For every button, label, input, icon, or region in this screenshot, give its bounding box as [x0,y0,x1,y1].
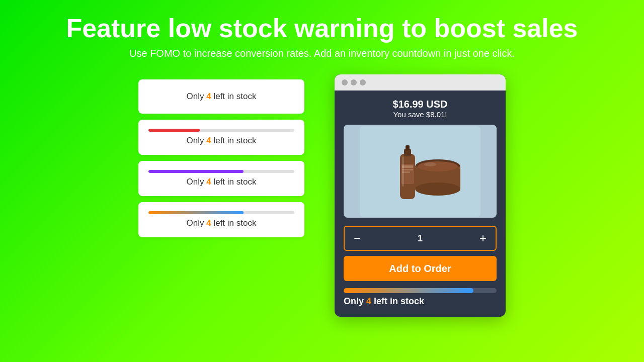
svg-rect-7 [406,145,410,150]
svg-point-4 [418,161,458,171]
product-illustration [360,126,480,217]
modal-stock-label: Only 4 left in stock [344,296,497,307]
stock-card-red-bar: Only 4 left in stock [138,120,304,155]
purple-bar-container [148,170,294,173]
product-savings: You save $8.01! [344,110,497,119]
stock-cards-list: Only 4 left in stock Only 4 left in stoc… [138,79,304,237]
stock-card-gradient-bar: Only 4 left in stock [138,202,304,237]
red-bar-container [148,129,294,132]
titlebar-dot-2 [351,79,357,85]
modal-stock-suffix: left in stock [371,296,424,306]
product-price: $16.99 USD [344,99,497,110]
product-modal: $16.99 USD You save $8.01! [335,74,506,317]
modal-progress-fill [344,288,473,293]
stock-label-gradient: Only 4 left in stock [187,218,257,228]
stock-prefix-1: Only [187,92,207,101]
quantity-row: − 1 + [344,226,497,251]
stock-prefix-4: Only [187,218,207,228]
quantity-value: 1 [370,233,470,244]
quantity-increase-button[interactable]: + [470,227,496,250]
modal-body: $16.99 USD You save $8.01! [335,90,506,317]
stock-count-4: 4 [206,218,211,228]
stock-prefix-2: Only [187,136,207,145]
gradient-bar-fill [148,211,244,214]
red-bar-track [148,129,294,132]
price-section: $16.99 USD You save $8.01! [344,99,497,119]
stock-suffix-2: left in stock [211,136,257,145]
stock-suffix-1: left in stock [211,92,257,101]
stock-label-purple: Only 4 left in stock [187,177,257,187]
svg-rect-12 [402,156,404,187]
svg-point-13 [424,162,436,166]
page-subtitle: Use FOMO to increase conversion rates. A… [0,48,644,59]
modal-titlebar [335,74,506,90]
stock-suffix-3: left in stock [211,177,257,187]
gradient-bar-track [148,211,294,214]
add-to-order-button[interactable]: Add to Order [344,256,497,281]
stock-label-simple: Only 4 left in stock [187,92,257,102]
page-title: Feature low stock warning to boost sales [0,14,644,43]
purple-bar-fill [148,170,244,173]
modal-stock-section: Only 4 left in stock [344,288,497,307]
modal-progress-track [344,288,497,293]
red-bar-fill [148,129,200,132]
stock-label-red: Only 4 left in stock [187,136,257,146]
stock-count-2: 4 [206,136,211,145]
minus-icon: − [354,231,361,245]
gradient-bar-container [148,211,294,214]
titlebar-dot-1 [342,79,348,85]
purple-bar-track [148,170,294,173]
page-header: Feature low stock warning to boost sales… [0,0,644,59]
stock-suffix-4: left in stock [211,218,257,228]
titlebar-dot-3 [360,79,366,85]
product-image [344,125,497,218]
modal-stock-prefix: Only [344,296,366,306]
stock-card-purple-bar: Only 4 left in stock [138,161,304,196]
stock-count-1: 4 [206,92,211,101]
stock-count-3: 4 [206,177,211,187]
stock-prefix-3: Only [187,177,207,187]
stock-card-simple: Only 4 left in stock [138,79,304,114]
plus-icon: + [479,231,487,245]
quantity-decrease-button[interactable]: − [345,227,370,250]
svg-point-3 [415,183,460,196]
modal-stock-count: 4 [366,296,371,306]
main-content: Only 4 left in stock Only 4 left in stoc… [0,74,644,317]
